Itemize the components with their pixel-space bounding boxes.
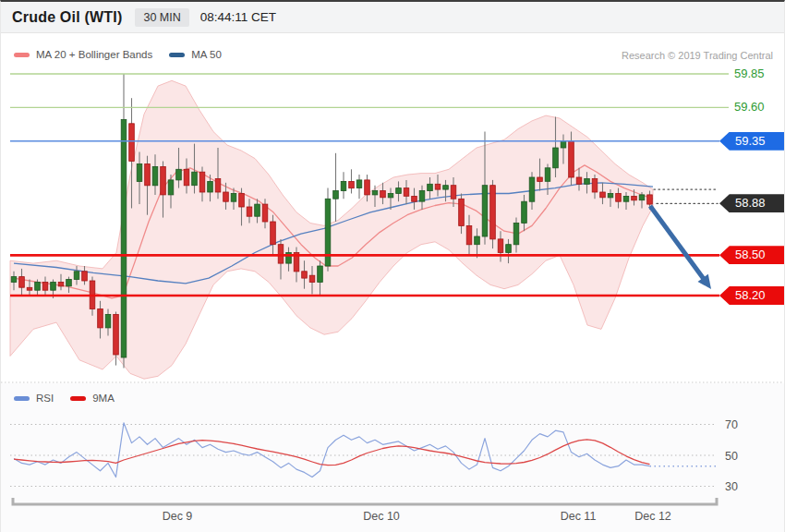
candle-body [42,283,48,291]
bollinger-band [10,80,653,379]
candle-body [388,194,393,198]
candle-body [98,309,103,328]
candle-body [121,120,127,358]
rsi-axis-label: 30 [725,480,738,493]
legend-item-9ma: 9MA [70,393,115,404]
chart-page: Crude Oil (WTI) 30 MIN 08:44:11 CET MA 2… [0,0,785,532]
candle-body [553,148,559,168]
candle-body [545,168,550,182]
timestamp: 08:44:11 CET [200,10,276,24]
candle-body [356,180,362,188]
candle-body [451,186,456,200]
timeframe-badge: 30 MIN [135,8,188,27]
candle-body [349,181,355,187]
candle-body [199,172,205,192]
candle-body [482,186,488,236]
main-chart-legend: MA 20 + Bollinger Bands MA 50 [14,49,222,60]
rsi-axis-label: 50 [725,450,738,463]
candle-body [498,239,503,253]
instrument-title: Crude Oil (WTI) [12,9,122,26]
x-axis-date-label: Dec 10 [363,510,400,523]
candle-body [152,166,158,185]
candle-body [184,169,189,186]
candle-body [35,283,41,291]
candle-body [513,224,519,245]
candle-body [490,186,496,239]
legend-item-ma50: MA 50 [169,49,222,60]
candle-body [58,283,64,286]
candle-body [592,179,598,193]
candle-body [632,196,637,200]
candle-body [215,179,221,193]
candle-body [247,207,252,216]
candle-body [176,169,182,180]
candle-body [271,222,276,245]
candle-body [192,172,198,186]
candle-body [639,195,645,200]
candle-body [419,191,425,202]
candle-body [137,164,142,182]
candle-body [239,194,245,208]
ma20-swatch-icon [14,53,30,57]
candle-body [365,180,370,195]
candle-body [380,191,386,198]
candle-body [223,192,229,201]
ma50-swatch-icon [169,53,185,57]
candle-body [278,245,284,263]
candle-body [66,280,72,286]
candle-body [262,204,268,222]
candle-body [404,188,409,197]
candle-body [372,191,378,195]
candle-body [341,181,346,190]
legend-label: MA 50 [191,49,222,60]
candle-body [208,181,213,192]
rsi-swatch-icon [14,396,30,401]
candle-body [576,177,582,184]
candle-body [161,166,166,195]
candle-body [129,124,135,162]
candle-body [105,314,111,328]
candle-body [396,188,402,194]
rsi-legend: RSI 9MA [14,393,115,404]
candle-body [145,164,151,186]
rsi-axis-label: 70 [725,418,738,431]
candle-body [168,180,174,195]
legend-label: RSI [36,393,54,404]
candle-body [318,266,323,283]
x-axis-date-label: Dec 12 [634,510,671,523]
candle-body [623,196,629,201]
candle-body [11,277,17,283]
candle-body [435,184,441,189]
candle-body [412,196,417,201]
candle-body [506,245,512,253]
forecast-arrow-shaft [650,206,706,283]
legend-item-rsi: RSI [14,393,54,404]
legend-label: MA 20 + Bollinger Bands [36,49,152,60]
candle-body [616,194,622,202]
candle-body [82,272,88,281]
candle-body [428,184,433,190]
candle-body [459,199,465,225]
candle-body [27,287,32,290]
candle-body [231,194,236,202]
candle-body [74,272,79,280]
candle-body [443,186,449,189]
candle-body [255,204,260,216]
x-axis-date-label: Dec 9 [163,510,193,523]
candle-body [475,236,480,245]
research-watermark: Research © 2019 Trading Central [622,50,773,61]
candle-body [600,192,606,198]
candle-body [569,141,574,177]
candle-body [333,191,339,200]
candle-body [561,141,566,148]
candle-body [522,201,527,223]
candle-body [537,177,543,181]
candle-body [608,194,613,198]
candle-body [19,277,25,288]
candle-body [302,272,308,278]
candle-body [647,195,653,204]
candle-body [466,225,472,244]
candle-body [309,275,315,282]
candle-body [51,283,56,291]
candle-body [114,314,119,355]
